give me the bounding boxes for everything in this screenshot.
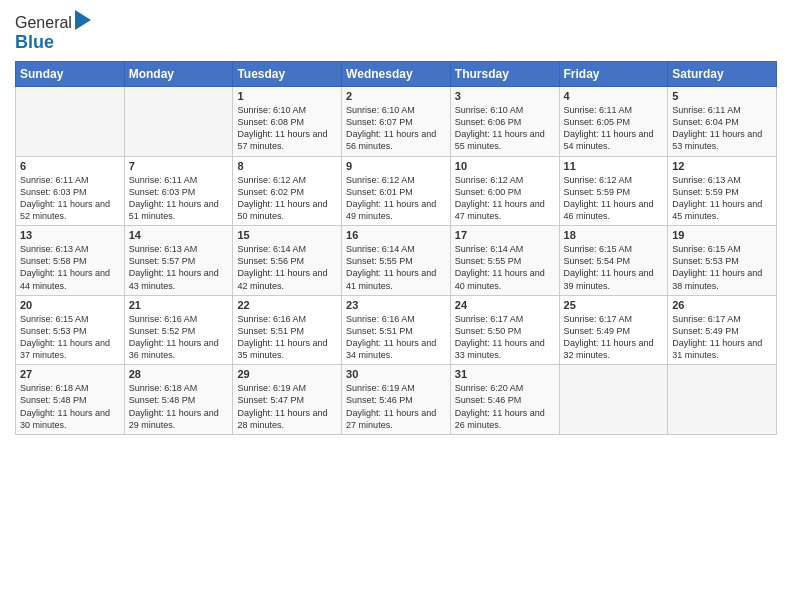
day-number: 25 bbox=[564, 299, 664, 311]
calendar-cell: 25Sunrise: 6:17 AMSunset: 5:49 PMDayligh… bbox=[559, 295, 668, 365]
calendar-cell: 2Sunrise: 6:10 AMSunset: 6:07 PMDaylight… bbox=[342, 87, 451, 157]
calendar-header-row: SundayMondayTuesdayWednesdayThursdayFrid… bbox=[16, 62, 777, 87]
day-number: 29 bbox=[237, 368, 337, 380]
cell-content: Sunrise: 6:17 AMSunset: 5:50 PMDaylight:… bbox=[455, 313, 555, 362]
day-number: 1 bbox=[237, 90, 337, 102]
day-number: 3 bbox=[455, 90, 555, 102]
day-number: 10 bbox=[455, 160, 555, 172]
calendar-cell: 17Sunrise: 6:14 AMSunset: 5:55 PMDayligh… bbox=[450, 226, 559, 296]
day-number: 18 bbox=[564, 229, 664, 241]
day-number: 12 bbox=[672, 160, 772, 172]
calendar-cell: 21Sunrise: 6:16 AMSunset: 5:52 PMDayligh… bbox=[124, 295, 233, 365]
calendar-cell: 23Sunrise: 6:16 AMSunset: 5:51 PMDayligh… bbox=[342, 295, 451, 365]
calendar-cell: 18Sunrise: 6:15 AMSunset: 5:54 PMDayligh… bbox=[559, 226, 668, 296]
day-number: 27 bbox=[20, 368, 120, 380]
calendar-cell: 11Sunrise: 6:12 AMSunset: 5:59 PMDayligh… bbox=[559, 156, 668, 226]
day-header-thursday: Thursday bbox=[450, 62, 559, 87]
cell-content: Sunrise: 6:14 AMSunset: 5:56 PMDaylight:… bbox=[237, 243, 337, 292]
day-number: 6 bbox=[20, 160, 120, 172]
page-header: General Blue bbox=[15, 10, 777, 53]
day-number: 17 bbox=[455, 229, 555, 241]
calendar-week-row: 20Sunrise: 6:15 AMSunset: 5:53 PMDayligh… bbox=[16, 295, 777, 365]
logo-arrow-icon bbox=[75, 10, 91, 30]
cell-content: Sunrise: 6:16 AMSunset: 5:52 PMDaylight:… bbox=[129, 313, 229, 362]
day-header-friday: Friday bbox=[559, 62, 668, 87]
day-number: 7 bbox=[129, 160, 229, 172]
day-number: 22 bbox=[237, 299, 337, 311]
calendar-cell: 14Sunrise: 6:13 AMSunset: 5:57 PMDayligh… bbox=[124, 226, 233, 296]
day-header-wednesday: Wednesday bbox=[342, 62, 451, 87]
calendar-cell: 19Sunrise: 6:15 AMSunset: 5:53 PMDayligh… bbox=[668, 226, 777, 296]
cell-content: Sunrise: 6:17 AMSunset: 5:49 PMDaylight:… bbox=[672, 313, 772, 362]
day-number: 2 bbox=[346, 90, 446, 102]
cell-content: Sunrise: 6:18 AMSunset: 5:48 PMDaylight:… bbox=[129, 382, 229, 431]
calendar-cell: 29Sunrise: 6:19 AMSunset: 5:47 PMDayligh… bbox=[233, 365, 342, 435]
cell-content: Sunrise: 6:11 AMSunset: 6:04 PMDaylight:… bbox=[672, 104, 772, 153]
cell-content: Sunrise: 6:18 AMSunset: 5:48 PMDaylight:… bbox=[20, 382, 120, 431]
day-number: 19 bbox=[672, 229, 772, 241]
calendar-cell: 10Sunrise: 6:12 AMSunset: 6:00 PMDayligh… bbox=[450, 156, 559, 226]
cell-content: Sunrise: 6:10 AMSunset: 6:08 PMDaylight:… bbox=[237, 104, 337, 153]
cell-content: Sunrise: 6:14 AMSunset: 5:55 PMDaylight:… bbox=[346, 243, 446, 292]
cell-content: Sunrise: 6:16 AMSunset: 5:51 PMDaylight:… bbox=[237, 313, 337, 362]
cell-content: Sunrise: 6:16 AMSunset: 5:51 PMDaylight:… bbox=[346, 313, 446, 362]
calendar-cell: 5Sunrise: 6:11 AMSunset: 6:04 PMDaylight… bbox=[668, 87, 777, 157]
day-number: 8 bbox=[237, 160, 337, 172]
cell-content: Sunrise: 6:12 AMSunset: 6:00 PMDaylight:… bbox=[455, 174, 555, 223]
day-header-saturday: Saturday bbox=[668, 62, 777, 87]
cell-content: Sunrise: 6:11 AMSunset: 6:03 PMDaylight:… bbox=[20, 174, 120, 223]
calendar-cell: 30Sunrise: 6:19 AMSunset: 5:46 PMDayligh… bbox=[342, 365, 451, 435]
calendar-cell: 13Sunrise: 6:13 AMSunset: 5:58 PMDayligh… bbox=[16, 226, 125, 296]
cell-content: Sunrise: 6:15 AMSunset: 5:53 PMDaylight:… bbox=[20, 313, 120, 362]
calendar-cell: 20Sunrise: 6:15 AMSunset: 5:53 PMDayligh… bbox=[16, 295, 125, 365]
cell-content: Sunrise: 6:15 AMSunset: 5:54 PMDaylight:… bbox=[564, 243, 664, 292]
calendar-week-row: 1Sunrise: 6:10 AMSunset: 6:08 PMDaylight… bbox=[16, 87, 777, 157]
calendar-cell bbox=[16, 87, 125, 157]
calendar-cell: 27Sunrise: 6:18 AMSunset: 5:48 PMDayligh… bbox=[16, 365, 125, 435]
cell-content: Sunrise: 6:12 AMSunset: 5:59 PMDaylight:… bbox=[564, 174, 664, 223]
calendar-cell: 4Sunrise: 6:11 AMSunset: 6:05 PMDaylight… bbox=[559, 87, 668, 157]
cell-content: Sunrise: 6:20 AMSunset: 5:46 PMDaylight:… bbox=[455, 382, 555, 431]
calendar-cell bbox=[559, 365, 668, 435]
day-number: 26 bbox=[672, 299, 772, 311]
calendar-cell: 28Sunrise: 6:18 AMSunset: 5:48 PMDayligh… bbox=[124, 365, 233, 435]
day-number: 11 bbox=[564, 160, 664, 172]
day-number: 20 bbox=[20, 299, 120, 311]
logo: General Blue bbox=[15, 14, 91, 53]
day-number: 24 bbox=[455, 299, 555, 311]
logo-blue-text: Blue bbox=[15, 32, 54, 53]
calendar-cell: 6Sunrise: 6:11 AMSunset: 6:03 PMDaylight… bbox=[16, 156, 125, 226]
cell-content: Sunrise: 6:13 AMSunset: 5:58 PMDaylight:… bbox=[20, 243, 120, 292]
calendar-cell: 12Sunrise: 6:13 AMSunset: 5:59 PMDayligh… bbox=[668, 156, 777, 226]
day-header-monday: Monday bbox=[124, 62, 233, 87]
calendar-table: SundayMondayTuesdayWednesdayThursdayFrid… bbox=[15, 61, 777, 435]
calendar-cell: 9Sunrise: 6:12 AMSunset: 6:01 PMDaylight… bbox=[342, 156, 451, 226]
cell-content: Sunrise: 6:13 AMSunset: 5:59 PMDaylight:… bbox=[672, 174, 772, 223]
cell-content: Sunrise: 6:10 AMSunset: 6:07 PMDaylight:… bbox=[346, 104, 446, 153]
calendar-cell bbox=[124, 87, 233, 157]
cell-content: Sunrise: 6:12 AMSunset: 6:02 PMDaylight:… bbox=[237, 174, 337, 223]
logo-general-text: General bbox=[15, 14, 72, 32]
day-number: 9 bbox=[346, 160, 446, 172]
calendar-cell: 7Sunrise: 6:11 AMSunset: 6:03 PMDaylight… bbox=[124, 156, 233, 226]
cell-content: Sunrise: 6:12 AMSunset: 6:01 PMDaylight:… bbox=[346, 174, 446, 223]
calendar-week-row: 27Sunrise: 6:18 AMSunset: 5:48 PMDayligh… bbox=[16, 365, 777, 435]
day-number: 31 bbox=[455, 368, 555, 380]
day-header-sunday: Sunday bbox=[16, 62, 125, 87]
day-number: 30 bbox=[346, 368, 446, 380]
day-number: 13 bbox=[20, 229, 120, 241]
day-number: 28 bbox=[129, 368, 229, 380]
calendar-cell: 16Sunrise: 6:14 AMSunset: 5:55 PMDayligh… bbox=[342, 226, 451, 296]
cell-content: Sunrise: 6:19 AMSunset: 5:47 PMDaylight:… bbox=[237, 382, 337, 431]
cell-content: Sunrise: 6:19 AMSunset: 5:46 PMDaylight:… bbox=[346, 382, 446, 431]
cell-content: Sunrise: 6:11 AMSunset: 6:03 PMDaylight:… bbox=[129, 174, 229, 223]
calendar-cell: 8Sunrise: 6:12 AMSunset: 6:02 PMDaylight… bbox=[233, 156, 342, 226]
day-number: 21 bbox=[129, 299, 229, 311]
calendar-cell: 31Sunrise: 6:20 AMSunset: 5:46 PMDayligh… bbox=[450, 365, 559, 435]
day-header-tuesday: Tuesday bbox=[233, 62, 342, 87]
day-number: 16 bbox=[346, 229, 446, 241]
cell-content: Sunrise: 6:11 AMSunset: 6:05 PMDaylight:… bbox=[564, 104, 664, 153]
calendar-cell: 22Sunrise: 6:16 AMSunset: 5:51 PMDayligh… bbox=[233, 295, 342, 365]
calendar-week-row: 6Sunrise: 6:11 AMSunset: 6:03 PMDaylight… bbox=[16, 156, 777, 226]
day-number: 14 bbox=[129, 229, 229, 241]
